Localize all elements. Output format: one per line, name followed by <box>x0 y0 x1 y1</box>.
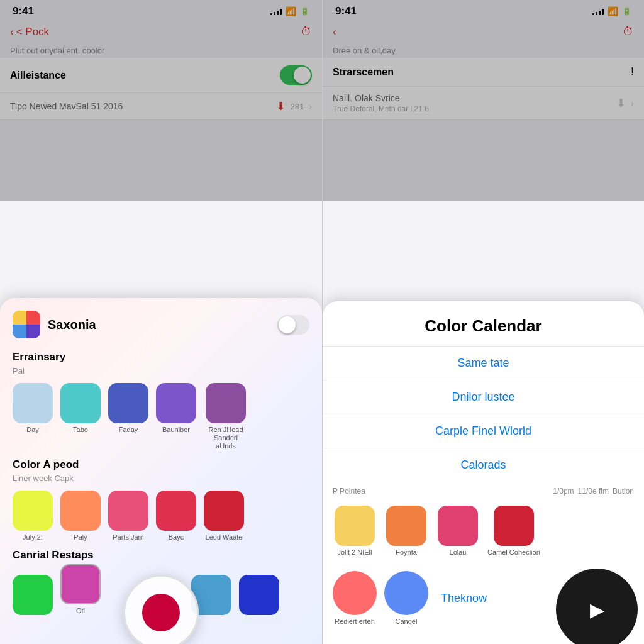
preview-label-foynta: Foynta <box>396 548 417 556</box>
color-row-1: Day Tabo Faday Bauniber Ren JHead Sander… <box>13 383 309 451</box>
home-dot <box>142 594 180 631</box>
color-label-faday: Faday <box>119 426 138 434</box>
color-item-parts-jam[interactable]: Parts Jam <box>108 491 148 541</box>
color-item-july[interactable]: July 2: <box>13 491 53 541</box>
right-dim-overlay <box>323 0 644 201</box>
action-label-cangel: Cangel <box>396 618 418 625</box>
app-icon-q4 <box>26 325 40 338</box>
color-swatch-tabo <box>60 383 101 423</box>
color-item-darkblue[interactable] <box>239 575 279 615</box>
color-swatch-parts-jam <box>108 491 148 531</box>
app-icon <box>13 311 40 338</box>
color-item-faday[interactable]: Faday <box>108 383 148 451</box>
color-preview-row: Jollt 2 NIEll Foynta Lolau Camel Cohecli… <box>323 498 644 564</box>
color-label-leod: Leod Waate <box>206 533 243 541</box>
preview-item-lolau[interactable]: Lolau <box>436 506 480 556</box>
left-phone-screen: 9:41 📶 🔋 ‹ < Pock ⏱ Plut out orlydai ent… <box>0 0 322 644</box>
right-phone-screen: 9:41 📶 🔋 ‹ ⏱ Dree on & oil,day Strarscem… <box>322 0 644 644</box>
color-swatch-green <box>13 575 53 615</box>
option-dnilor[interactable]: Dnilor lustee <box>323 380 644 414</box>
color-label-tabo: Tabo <box>73 426 88 434</box>
color-item-tabo[interactable]: Tabo <box>60 383 101 451</box>
action-btn-cangel[interactable] <box>384 571 428 615</box>
color-swatch-bayc <box>156 491 196 531</box>
color-calendar-title: Color Calendar <box>323 316 644 346</box>
right-circle-icon: ▶ <box>590 599 604 621</box>
color-item-paly[interactable]: Paly <box>60 491 101 541</box>
preview-swatch-jollt <box>335 506 375 546</box>
app-icon-q1 <box>13 311 26 325</box>
section1-title: Errainsary <box>13 351 309 364</box>
color-swatch-day <box>13 383 53 423</box>
preview-item-camel[interactable]: Camel Coheclion <box>487 506 540 556</box>
preview-label-a: P Pointea <box>333 487 365 496</box>
color-label-bauniber: Bauniber <box>162 426 190 434</box>
option-same-tate[interactable]: Same tate <box>323 346 644 380</box>
color-item-bayc[interactable]: Bayc <box>156 491 196 541</box>
preview-swatch-camel <box>494 506 534 546</box>
section3-title: Canrial Restaps <box>13 549 309 562</box>
color-row-2: July 2: Paly Parts Jam Bayc Leod Waate <box>13 491 309 541</box>
preview-label-b: 1/0pm <box>553 487 574 496</box>
preview-label-lolau: Lolau <box>450 548 467 556</box>
action-btn-rediert[interactable] <box>333 571 377 615</box>
left-dim-overlay <box>0 0 322 201</box>
color-item-green[interactable] <box>13 575 53 615</box>
preview-swatch-foynta <box>386 506 426 546</box>
color-swatch-ren <box>206 383 246 423</box>
preview-label-d: Bution <box>613 487 634 496</box>
color-swatch-faday <box>108 383 148 423</box>
preview-item-foynta[interactable]: Foynta <box>384 506 428 556</box>
color-item-pink[interactable]: Otl <box>60 564 101 615</box>
preview-swatch-lolau <box>438 506 478 546</box>
action-label-rediert: Rediert erten <box>335 618 375 625</box>
color-swatch-darkblue <box>239 575 279 615</box>
color-item-ren[interactable]: Ren JHead Sanderi aUnds <box>204 383 248 451</box>
color-swatch-bauniber <box>156 383 196 423</box>
color-item-bauniber[interactable]: Bauniber <box>156 383 196 451</box>
section2-sub: Liner week Capk <box>13 474 309 483</box>
modal-toggle[interactable] <box>277 315 309 335</box>
color-label-day: Day <box>26 426 39 434</box>
color-label-bayc: Bayc <box>169 533 184 541</box>
color-item-leod[interactable]: Leod Waate <box>204 491 244 541</box>
color-item-day[interactable]: Day <box>13 383 53 451</box>
home-indicator-circle[interactable] <box>123 575 199 644</box>
option-carple[interactable]: Carple Finel Wlorld <box>323 414 644 448</box>
preview-item-jollt[interactable]: Jollt 2 NIEll <box>333 506 377 556</box>
preview-label-camel: Camel Coheclion <box>487 548 540 556</box>
color-label-otl: Otl <box>76 607 85 615</box>
theknow-link[interactable]: Theknow <box>441 592 487 605</box>
preview-label-jollt: Jollt 2 NIEll <box>337 548 372 556</box>
color-swatch-pink <box>60 564 101 604</box>
color-label-paly: Paly <box>74 533 87 541</box>
preview-label-c: 11/0e flm <box>578 487 609 496</box>
color-swatch-paly <box>60 491 101 531</box>
modal-app-name: Saxonia <box>48 318 96 332</box>
app-icon-q3 <box>13 325 26 338</box>
color-swatch-july <box>13 491 53 531</box>
option-calorads[interactable]: Calorads <box>323 448 644 482</box>
section1-sub: Pal <box>13 366 309 375</box>
left-modal-header: Saxonia <box>13 311 309 338</box>
app-icon-q2 <box>26 311 40 325</box>
color-label-ren: Ren JHead Sanderi aUnds <box>204 426 248 451</box>
color-label-parts-jam: Parts Jam <box>113 533 144 541</box>
color-label-july: July 2: <box>23 533 43 541</box>
section2-title: Color A peod <box>13 458 309 471</box>
color-preview-header: P Pointea 1/0pm 11/0e flm Bution <box>323 482 644 498</box>
color-swatch-leod <box>204 491 244 531</box>
right-circle-button[interactable]: ▶ <box>556 569 638 644</box>
